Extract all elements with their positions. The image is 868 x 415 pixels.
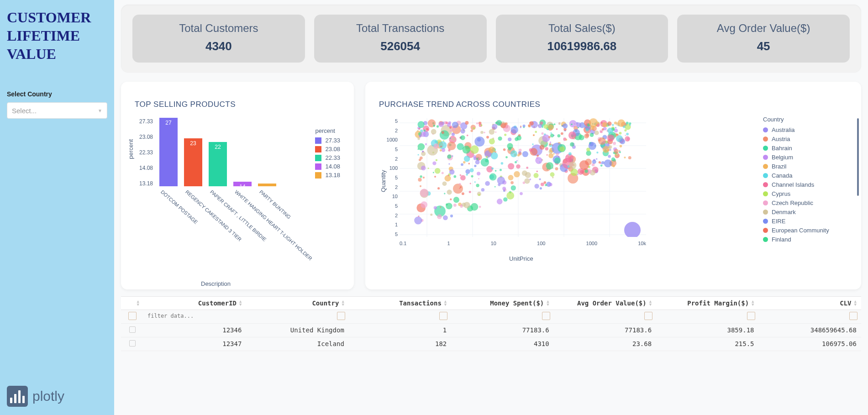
top-selling-bar-chart[interactable]: percent 27.33 23.08 22.33 14.08 13.18 27… bbox=[155, 118, 340, 232]
purchase-trend-card: PURCHASE TREND ACROSS COUNTRIES Quantity… bbox=[365, 82, 861, 289]
legend-swatch bbox=[763, 191, 768, 196]
svg-point-376 bbox=[477, 172, 480, 175]
svg-point-468 bbox=[433, 143, 439, 149]
data-table: ▲▼CustomerID▲▼Country▲▼Tansactions▲▼Mone… bbox=[121, 296, 861, 351]
legend-item[interactable]: Finland bbox=[763, 236, 847, 243]
svg-point-408 bbox=[440, 206, 441, 208]
legend-item[interactable]: European Community bbox=[763, 227, 847, 234]
legend-item[interactable]: Austria bbox=[763, 136, 847, 142]
legend-swatch bbox=[763, 137, 768, 142]
svg-point-385 bbox=[449, 169, 455, 175]
bar[interactable]: 22 bbox=[209, 142, 227, 186]
scatter-legend[interactable]: Country AustraliaAustriaBahrainBelgiumBr… bbox=[763, 116, 847, 253]
legend-item[interactable]: EIRE bbox=[763, 218, 847, 225]
country-select[interactable]: Select... ▼ bbox=[7, 102, 107, 119]
bar[interactable]: 14 bbox=[233, 182, 252, 186]
svg-point-484 bbox=[453, 204, 457, 207]
legend-item[interactable]: Belgium bbox=[763, 154, 847, 161]
column-header[interactable]: Profit Margin($)▲▼ bbox=[656, 297, 758, 310]
filter-toggle[interactable] bbox=[337, 312, 345, 320]
country-select-placeholder: Select... bbox=[12, 107, 37, 115]
svg-point-339 bbox=[489, 147, 495, 153]
svg-point-472 bbox=[418, 154, 419, 155]
legend-item[interactable]: Canada bbox=[763, 172, 847, 179]
legend-title: percent bbox=[315, 127, 340, 134]
svg-point-110 bbox=[542, 135, 550, 142]
svg-point-516 bbox=[614, 149, 618, 153]
svg-point-518 bbox=[503, 148, 506, 151]
svg-point-303 bbox=[539, 178, 541, 180]
svg-point-322 bbox=[620, 139, 625, 144]
legend-item[interactable]: Czech Republic bbox=[763, 200, 847, 206]
svg-point-441 bbox=[463, 146, 470, 153]
column-header[interactable]: Country▲▼ bbox=[246, 297, 348, 310]
svg-point-467 bbox=[549, 143, 551, 145]
svg-point-470 bbox=[433, 172, 434, 173]
select-all-checkbox[interactable] bbox=[128, 312, 137, 320]
svg-point-428 bbox=[460, 186, 462, 188]
svg-point-545 bbox=[602, 122, 607, 127]
legend-item[interactable]: 22.33 bbox=[315, 154, 340, 161]
legend-item[interactable]: Australia bbox=[763, 126, 847, 133]
bar[interactable]: 27 bbox=[159, 118, 178, 186]
legend-label: Canada bbox=[772, 172, 793, 179]
row-checkbox-cell[interactable] bbox=[121, 324, 144, 337]
legend-item[interactable]: Denmark bbox=[763, 209, 847, 215]
filter-toggle[interactable] bbox=[542, 312, 550, 320]
bar[interactable] bbox=[258, 184, 276, 186]
legend-swatch bbox=[315, 155, 321, 161]
column-header[interactable]: CLV▲▼ bbox=[759, 297, 861, 310]
filter-toggle[interactable] bbox=[747, 312, 755, 320]
svg-point-444 bbox=[559, 147, 564, 152]
svg-point-539 bbox=[585, 128, 589, 131]
svg-point-293 bbox=[434, 176, 436, 178]
legend-item[interactable]: Cyprus bbox=[763, 190, 847, 197]
svg-point-561 bbox=[624, 222, 641, 237]
legend-item[interactable]: 27.33 bbox=[315, 137, 340, 144]
legend-item[interactable]: 13.18 bbox=[315, 172, 340, 179]
table-cell: 4310 bbox=[451, 337, 553, 351]
column-header[interactable]: Avg Order Value($)▲▼ bbox=[554, 297, 656, 310]
table-row[interactable]: 12346United Kingdom177183.677183.63859.1… bbox=[121, 324, 861, 337]
legend-item[interactable]: Bahrain bbox=[763, 145, 847, 152]
svg-point-286 bbox=[452, 133, 454, 135]
svg-point-330 bbox=[437, 187, 440, 189]
svg-point-489 bbox=[625, 135, 626, 136]
svg-point-362 bbox=[586, 133, 589, 137]
purchase-trend-scatter[interactable]: Quantity 5210005210052105215 0.111010010… bbox=[400, 118, 646, 255]
legend-label: Austria bbox=[772, 136, 790, 142]
svg-point-391 bbox=[626, 121, 629, 124]
legend-item[interactable]: 23.08 bbox=[315, 146, 340, 152]
legend-scrollbar[interactable] bbox=[857, 118, 859, 196]
column-header[interactable]: Money Spent($)▲▼ bbox=[451, 297, 553, 310]
table-cell: 348659645.68 bbox=[759, 324, 861, 337]
filter-toggle[interactable] bbox=[644, 312, 652, 320]
legend-item[interactable]: 14.08 bbox=[315, 163, 340, 170]
svg-point-308 bbox=[617, 119, 625, 127]
legend-swatch bbox=[763, 210, 768, 215]
table-row[interactable]: 12347Iceland182431023.68215.5106975.06 bbox=[121, 337, 861, 351]
svg-point-69 bbox=[550, 134, 554, 137]
row-toggle-header[interactable]: ▲▼ bbox=[121, 297, 144, 310]
svg-point-460 bbox=[440, 149, 442, 152]
bar-chart-legend[interactable]: percent 27.3323.0822.3314.0813.18 bbox=[315, 127, 340, 180]
bar[interactable]: 23 bbox=[184, 138, 202, 186]
sort-icon: ▲▼ bbox=[137, 300, 139, 306]
chevron-down-icon: ▼ bbox=[98, 108, 102, 113]
svg-point-146 bbox=[619, 132, 621, 135]
svg-point-366 bbox=[558, 134, 561, 137]
row-checkbox[interactable] bbox=[129, 340, 136, 347]
legend-item[interactable]: Brazil bbox=[763, 163, 847, 170]
legend-item[interactable]: Channel Islands bbox=[763, 181, 847, 188]
svg-point-359 bbox=[460, 135, 465, 140]
filter-toggle[interactable] bbox=[849, 312, 857, 320]
svg-point-475 bbox=[596, 152, 598, 153]
legend-swatch bbox=[315, 137, 321, 144]
column-header[interactable]: CustomerID▲▼ bbox=[144, 297, 246, 310]
svg-point-377 bbox=[439, 141, 447, 149]
column-header[interactable]: Tansactions▲▼ bbox=[349, 297, 451, 310]
filter-input[interactable] bbox=[147, 313, 242, 319]
row-checkbox[interactable] bbox=[129, 326, 136, 333]
row-checkbox-cell[interactable] bbox=[121, 337, 144, 351]
filter-toggle[interactable] bbox=[439, 312, 447, 320]
